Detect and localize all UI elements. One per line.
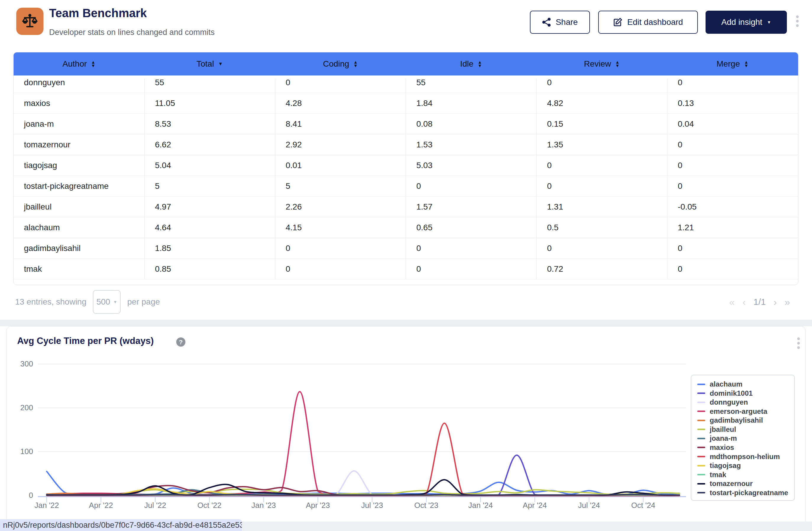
legend-swatch [697, 392, 705, 394]
legend-item-tostart-pickagreatname[interactable]: tostart-pickagreatname [697, 488, 791, 497]
kebab-dot [796, 20, 799, 23]
legend-label: donnguyen [710, 398, 748, 406]
column-label: Total [197, 59, 214, 69]
share-icon [542, 17, 551, 27]
column-header-merge[interactable]: Merge▲▼ [667, 52, 798, 75]
x-tick-label: Jan '24 [468, 501, 493, 510]
legend-label: tiagojsag [710, 461, 741, 470]
x-tick-label: Jul '22 [144, 501, 166, 510]
chart-svg [38, 360, 686, 508]
kebab-dot [797, 337, 800, 340]
value-cell: 8.53 [144, 114, 275, 134]
legend-item-donnguyen[interactable]: donnguyen [697, 398, 791, 407]
x-tick-label: Jul '24 [578, 501, 600, 510]
per-page-label: per page [127, 297, 160, 307]
legend-item-mdthompson-helium[interactable]: mdthompson-helium [697, 452, 791, 461]
legend-swatch [697, 456, 705, 457]
legend-item-joana-m[interactable]: joana-m [697, 434, 791, 443]
kebab-dot [796, 24, 799, 27]
legend-label: alachaum [710, 380, 742, 388]
value-cell: 0.5 [536, 217, 667, 238]
column-header-review[interactable]: Review▲▼ [536, 52, 667, 75]
chevron-down-icon: ▼ [767, 20, 771, 24]
legend-item-alachaum[interactable]: alachaum [697, 380, 791, 389]
legend-swatch [697, 410, 705, 412]
value-cell: 0.01 [275, 155, 406, 176]
legend-item-emerson-argueta[interactable]: emerson-argueta [697, 407, 791, 416]
author-cell: alachaum [14, 217, 144, 238]
series-line-emerson-argueta [47, 392, 680, 495]
sort-desc-icon: ▼ [615, 64, 620, 68]
sort-desc-icon: ▼ [218, 61, 223, 67]
page-subtitle: Developer stats on lines changed and com… [49, 28, 215, 37]
x-tick-label: Jan '22 [34, 501, 59, 510]
value-cell: 1.35 [536, 135, 667, 155]
kebab-dot [797, 342, 800, 345]
add-insight-button[interactable]: Add insight ▼ [706, 11, 787, 34]
edit-icon [613, 17, 622, 27]
kebab-dot [797, 346, 800, 349]
column-label: Merge [716, 59, 740, 69]
value-cell: 0 [667, 238, 798, 258]
first-page-icon[interactable]: « [729, 296, 735, 308]
column-header-author[interactable]: Author▲▼ [14, 52, 144, 75]
chart-kebab-menu[interactable] [797, 337, 800, 349]
next-page-icon[interactable]: › [773, 296, 777, 308]
value-cell: 0 [536, 155, 667, 176]
legend-swatch [697, 420, 705, 421]
header-kebab-menu[interactable] [795, 15, 799, 27]
legend-label: tomazernour [710, 479, 753, 488]
help-icon[interactable]: ? [176, 337, 185, 347]
legend-item-dominik1001[interactable]: dominik1001 [697, 389, 791, 398]
legend-item-gadimbaylisahil[interactable]: gadimbaylisahil [697, 416, 791, 425]
author-cell: tostart-pickagreatname [14, 176, 144, 196]
edit-dashboard-button[interactable]: Edit dashboard [598, 11, 698, 34]
value-cell: 8.41 [275, 114, 406, 134]
legend-item-tiagojsag[interactable]: tiagojsag [697, 461, 791, 470]
legend-item-tmak[interactable]: tmak [697, 470, 791, 479]
author-cell: tmak [14, 259, 144, 279]
legend-item-tomazernour[interactable]: tomazernour [697, 479, 791, 488]
sort-icon: ▲▼ [353, 60, 358, 68]
legend-swatch [697, 447, 705, 448]
value-cell: 4.15 [275, 217, 406, 238]
value-cell: 11.05 [144, 93, 275, 113]
value-cell: 0 [667, 259, 798, 279]
value-cell: 0.72 [536, 259, 667, 279]
value-cell: 4.97 [144, 197, 275, 217]
add-insight-button-label: Add insight [721, 17, 762, 27]
value-cell: 0 [536, 176, 667, 196]
column-header-idle[interactable]: Idle▲▼ [406, 52, 536, 75]
table-body: donnguyen5505500maxios11.054.281.844.820… [14, 79, 798, 285]
legend-swatch [697, 492, 705, 493]
value-cell: 0 [406, 176, 536, 196]
table-row: donnguyen5505500 [14, 79, 798, 93]
sort-icon: ▲▼ [91, 60, 96, 68]
author-cell: maxios [14, 93, 144, 113]
value-cell: 0 [406, 238, 536, 258]
series-line-mdthompson-helium [47, 423, 680, 495]
table-row: alachaum4.644.150.650.51.21 [14, 217, 798, 238]
legend-item-maxios[interactable]: maxios [697, 443, 791, 452]
prev-page-icon[interactable]: ‹ [742, 296, 746, 308]
column-header-total[interactable]: Total▼ [144, 52, 275, 75]
page-size-select[interactable]: 500 ▼ [93, 290, 121, 314]
column-label: Idle [460, 59, 474, 69]
x-tick-label: Oct '22 [197, 501, 221, 510]
value-cell: 0.13 [667, 93, 798, 113]
legend-label: joana-m [710, 434, 737, 443]
value-cell: 0 [667, 176, 798, 196]
value-cell: 1.31 [536, 197, 667, 217]
last-page-icon[interactable]: » [784, 296, 790, 308]
legend-item-jbailleul[interactable]: jbailleul [697, 425, 791, 434]
column-header-coding[interactable]: Coding▲▼ [275, 52, 406, 75]
author-cell: jbailleul [14, 197, 144, 217]
table-row: joana-m8.538.410.080.150.04 [14, 114, 798, 135]
chart-legend: alachaumdominik1001donnguyenemerson-argu… [691, 375, 795, 501]
x-tick-label: Oct '23 [414, 501, 438, 510]
share-button[interactable]: Share [530, 11, 590, 34]
chevron-down-icon: ▼ [113, 300, 117, 304]
value-cell: 2.92 [275, 135, 406, 155]
value-cell: 4.64 [144, 217, 275, 238]
share-button-label: Share [556, 17, 578, 27]
